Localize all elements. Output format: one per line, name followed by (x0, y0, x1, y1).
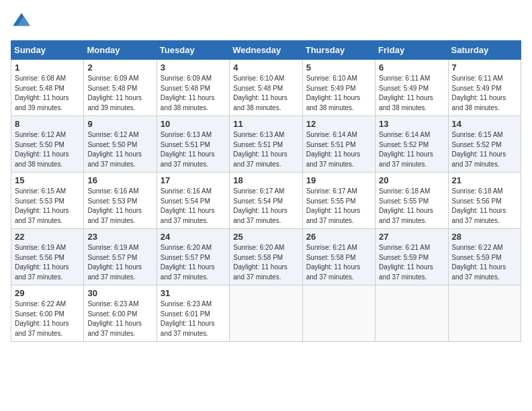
calendar-cell: 15 Sunrise: 6:15 AM Sunset: 5:53 PM Dayl… (11, 173, 84, 229)
col-saturday: Saturday (448, 41, 521, 60)
day-number: 17 (161, 175, 226, 185)
day-info: Sunrise: 6:16 AM Sunset: 5:53 PM Dayligh… (87, 187, 152, 226)
day-number: 1 (15, 62, 80, 73)
day-info: Sunrise: 6:13 AM Sunset: 5:51 PM Dayligh… (233, 130, 298, 169)
day-info: Sunrise: 6:19 AM Sunset: 5:56 PM Dayligh… (15, 243, 80, 282)
day-info: Sunrise: 6:13 AM Sunset: 5:51 PM Dayligh… (161, 130, 226, 169)
calendar-cell: 4 Sunrise: 6:10 AM Sunset: 5:48 PM Dayli… (230, 60, 302, 116)
calendar-cell: 2 Sunrise: 6:09 AM Sunset: 5:48 PM Dayli… (84, 60, 157, 116)
day-info: Sunrise: 6:14 AM Sunset: 5:52 PM Dayligh… (379, 130, 444, 169)
day-number: 4 (233, 62, 298, 73)
day-number: 30 (87, 288, 152, 298)
calendar-cell: 5 Sunrise: 6:10 AM Sunset: 5:49 PM Dayli… (302, 60, 375, 116)
day-info: Sunrise: 6:10 AM Sunset: 5:49 PM Dayligh… (306, 74, 371, 113)
calendar-cell: 16 Sunrise: 6:16 AM Sunset: 5:53 PM Dayl… (84, 173, 157, 229)
day-info: Sunrise: 6:22 AM Sunset: 5:59 PM Dayligh… (452, 243, 517, 282)
day-number: 18 (233, 175, 298, 185)
day-info: Sunrise: 6:09 AM Sunset: 5:48 PM Dayligh… (161, 74, 226, 113)
calendar-cell: 20 Sunrise: 6:18 AM Sunset: 5:55 PM Dayl… (375, 173, 448, 229)
day-number: 25 (233, 232, 298, 242)
day-number: 31 (161, 288, 226, 298)
calendar-cell: 6 Sunrise: 6:11 AM Sunset: 5:49 PM Dayli… (375, 60, 448, 116)
col-friday: Friday (375, 41, 448, 60)
calendar-cell: 8 Sunrise: 6:12 AM Sunset: 5:50 PM Dayli… (11, 116, 84, 173)
empty-cell (375, 285, 448, 342)
calendar-cell: 17 Sunrise: 6:16 AM Sunset: 5:54 PM Dayl… (157, 173, 229, 229)
day-info: Sunrise: 6:15 AM Sunset: 5:52 PM Dayligh… (452, 130, 517, 169)
day-info: Sunrise: 6:21 AM Sunset: 5:59 PM Dayligh… (379, 243, 444, 282)
calendar-cell: 27 Sunrise: 6:21 AM Sunset: 5:59 PM Dayl… (375, 229, 448, 285)
col-wednesday: Wednesday (230, 41, 302, 60)
day-number: 13 (379, 119, 444, 129)
calendar-cell: 26 Sunrise: 6:21 AM Sunset: 5:58 PM Dayl… (302, 229, 375, 285)
week-row-4: 22 Sunrise: 6:19 AM Sunset: 5:56 PM Dayl… (11, 229, 521, 285)
page-header (11, 11, 521, 32)
calendar-cell: 1 Sunrise: 6:08 AM Sunset: 5:48 PM Dayli… (11, 60, 84, 116)
calendar-cell: 29 Sunrise: 6:22 AM Sunset: 6:00 PM Dayl… (11, 285, 84, 342)
day-number: 2 (87, 62, 152, 73)
day-info: Sunrise: 6:08 AM Sunset: 5:48 PM Dayligh… (15, 74, 80, 113)
day-info: Sunrise: 6:20 AM Sunset: 5:57 PM Dayligh… (161, 243, 226, 282)
calendar-cell: 12 Sunrise: 6:14 AM Sunset: 5:51 PM Dayl… (302, 116, 375, 173)
col-sunday: Sunday (11, 41, 84, 60)
day-info: Sunrise: 6:21 AM Sunset: 5:58 PM Dayligh… (306, 243, 371, 282)
week-row-1: 1 Sunrise: 6:08 AM Sunset: 5:48 PM Dayli… (11, 60, 521, 116)
week-row-5: 29 Sunrise: 6:22 AM Sunset: 6:00 PM Dayl… (11, 285, 521, 342)
day-number: 12 (306, 119, 371, 129)
day-info: Sunrise: 6:17 AM Sunset: 5:54 PM Dayligh… (233, 187, 298, 226)
day-info: Sunrise: 6:09 AM Sunset: 5:48 PM Dayligh… (87, 74, 152, 113)
empty-cell (230, 285, 302, 342)
col-thursday: Thursday (302, 41, 375, 60)
calendar-cell: 19 Sunrise: 6:17 AM Sunset: 5:55 PM Dayl… (302, 173, 375, 229)
empty-cell (448, 285, 521, 342)
calendar-cell: 7 Sunrise: 6:11 AM Sunset: 5:49 PM Dayli… (448, 60, 521, 116)
day-number: 8 (15, 119, 80, 129)
day-number: 9 (87, 119, 152, 129)
day-info: Sunrise: 6:23 AM Sunset: 6:01 PM Dayligh… (161, 300, 226, 338)
logo-icon (11, 11, 32, 32)
day-info: Sunrise: 6:10 AM Sunset: 5:48 PM Dayligh… (233, 74, 298, 113)
day-number: 27 (379, 232, 444, 242)
day-info: Sunrise: 6:22 AM Sunset: 6:00 PM Dayligh… (15, 300, 80, 338)
day-info: Sunrise: 6:18 AM Sunset: 5:55 PM Dayligh… (379, 187, 444, 226)
week-row-2: 8 Sunrise: 6:12 AM Sunset: 5:50 PM Dayli… (11, 116, 521, 173)
calendar-cell: 24 Sunrise: 6:20 AM Sunset: 5:57 PM Dayl… (157, 229, 229, 285)
calendar-cell: 9 Sunrise: 6:12 AM Sunset: 5:50 PM Dayli… (84, 116, 157, 173)
header-row: Sunday Monday Tuesday Wednesday Thursday… (11, 41, 521, 60)
calendar-cell: 31 Sunrise: 6:23 AM Sunset: 6:01 PM Dayl… (157, 285, 229, 342)
calendar-cell: 23 Sunrise: 6:19 AM Sunset: 5:57 PM Dayl… (84, 229, 157, 285)
day-number: 22 (15, 232, 80, 242)
day-info: Sunrise: 6:18 AM Sunset: 5:56 PM Dayligh… (452, 187, 517, 226)
day-number: 16 (87, 175, 152, 185)
day-info: Sunrise: 6:20 AM Sunset: 5:58 PM Dayligh… (233, 243, 298, 282)
day-number: 19 (306, 175, 371, 185)
col-monday: Monday (84, 41, 157, 60)
empty-cell (302, 285, 375, 342)
day-info: Sunrise: 6:23 AM Sunset: 6:00 PM Dayligh… (87, 300, 152, 338)
day-info: Sunrise: 6:11 AM Sunset: 5:49 PM Dayligh… (452, 74, 517, 113)
day-info: Sunrise: 6:14 AM Sunset: 5:51 PM Dayligh… (306, 130, 371, 169)
calendar-table: Sunday Monday Tuesday Wednesday Thursday… (11, 40, 521, 342)
day-number: 6 (379, 62, 444, 73)
day-info: Sunrise: 6:15 AM Sunset: 5:53 PM Dayligh… (15, 187, 80, 226)
day-number: 24 (161, 232, 226, 242)
day-number: 5 (306, 62, 371, 73)
calendar-cell: 10 Sunrise: 6:13 AM Sunset: 5:51 PM Dayl… (157, 116, 229, 173)
calendar-cell: 21 Sunrise: 6:18 AM Sunset: 5:56 PM Dayl… (448, 173, 521, 229)
day-number: 21 (452, 175, 517, 185)
day-number: 3 (161, 62, 226, 73)
day-info: Sunrise: 6:12 AM Sunset: 5:50 PM Dayligh… (15, 130, 80, 169)
calendar-cell: 28 Sunrise: 6:22 AM Sunset: 5:59 PM Dayl… (448, 229, 521, 285)
day-info: Sunrise: 6:17 AM Sunset: 5:55 PM Dayligh… (306, 187, 371, 226)
day-number: 29 (15, 288, 80, 298)
logo (11, 11, 35, 32)
calendar-cell: 3 Sunrise: 6:09 AM Sunset: 5:48 PM Dayli… (157, 60, 229, 116)
week-row-3: 15 Sunrise: 6:15 AM Sunset: 5:53 PM Dayl… (11, 173, 521, 229)
day-info: Sunrise: 6:12 AM Sunset: 5:50 PM Dayligh… (87, 130, 152, 169)
calendar-cell: 13 Sunrise: 6:14 AM Sunset: 5:52 PM Dayl… (375, 116, 448, 173)
calendar-cell: 18 Sunrise: 6:17 AM Sunset: 5:54 PM Dayl… (230, 173, 302, 229)
col-tuesday: Tuesday (157, 41, 229, 60)
day-number: 15 (15, 175, 80, 185)
day-number: 14 (452, 119, 517, 129)
day-number: 11 (233, 119, 298, 129)
